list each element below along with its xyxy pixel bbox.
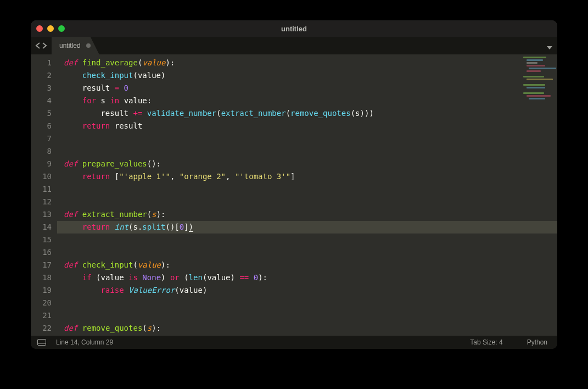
line-number: 22 [31,322,57,335]
code-line[interactable]: result += validate_number(extract_number… [57,107,557,120]
tab-label: untitled [59,42,81,49]
nav-back-icon[interactable] [35,42,41,49]
line-number: 21 [31,309,57,322]
minimize-icon[interactable] [47,25,54,32]
line-number: 5 [31,107,57,120]
svg-rect-0 [38,340,46,346]
code-line[interactable]: return ["'apple 1'", "orange 2", "'tomat… [57,170,557,183]
nav-forward-icon[interactable] [42,42,47,49]
code-line[interactable]: return int(s.split()[0]) [57,221,557,234]
window-controls [36,25,65,32]
line-number: 6 [31,120,57,132]
code-line[interactable]: def extract_number(s): [57,208,557,221]
line-number: 19 [31,284,57,297]
tab-bar: untitled [31,37,557,54]
tabs-dropdown-icon[interactable] [546,42,553,53]
line-number: 17 [31,259,57,271]
line-number-gutter: 12345678910111213141516171819202122 [31,54,57,336]
status-line-col[interactable]: Line 14, Column 29 [56,338,113,346]
code-line[interactable]: def prepare_values(): [57,158,557,170]
line-number: 11 [31,183,57,196]
line-number: 10 [31,170,57,183]
editor-window: untitled untitled 1234567891011121314151… [31,20,557,349]
code-line[interactable]: raise ValueError(value) [57,284,557,297]
line-number: 8 [31,145,57,158]
code-content[interactable]: def find_average(value): check_input(val… [57,54,557,336]
code-line[interactable]: return result [57,120,557,132]
line-number: 1 [31,57,57,69]
code-line[interactable] [57,196,557,208]
line-number: 12 [31,196,57,208]
window-title: untitled [31,25,557,33]
file-tab[interactable]: untitled [52,37,99,54]
code-line[interactable]: result = 0 [57,82,557,95]
code-line[interactable] [57,309,557,322]
code-line[interactable]: def find_average(value): [57,57,557,69]
close-icon[interactable] [36,25,43,32]
line-number: 13 [31,208,57,221]
code-line[interactable]: def remove_quotes(s): [57,322,557,335]
line-number: 9 [31,158,57,170]
code-line[interactable]: check_input(value) [57,69,557,82]
code-line[interactable] [57,297,557,309]
status-language[interactable]: Python [527,338,547,346]
code-line[interactable]: for s in value: [57,95,557,107]
zoom-icon[interactable] [58,25,65,32]
line-number: 7 [31,132,57,145]
line-number: 2 [31,69,57,82]
line-number: 20 [31,297,57,309]
code-line[interactable] [57,246,557,259]
code-line[interactable] [57,234,557,246]
line-number: 14 [31,221,57,234]
code-line[interactable]: if (value is None) or (len(value) == 0): [57,271,557,284]
status-bar: Line 14, Column 29 Tab Size: 4 Python [31,336,557,349]
line-number: 4 [31,95,57,107]
code-line[interactable] [57,183,557,196]
line-number: 18 [31,271,57,284]
code-line[interactable] [57,132,557,145]
line-number: 15 [31,234,57,246]
unsaved-indicator-icon [86,43,91,48]
line-number: 3 [31,82,57,95]
titlebar: untitled [31,20,557,37]
editor-area[interactable]: 12345678910111213141516171819202122 def … [31,54,557,336]
line-number: 16 [31,246,57,259]
code-line[interactable] [57,145,557,158]
code-line[interactable]: def check_input(value): [57,259,557,271]
status-tab-size[interactable]: Tab Size: 4 [470,338,502,346]
panel-switcher-icon[interactable] [37,339,46,346]
history-nav [31,37,52,54]
